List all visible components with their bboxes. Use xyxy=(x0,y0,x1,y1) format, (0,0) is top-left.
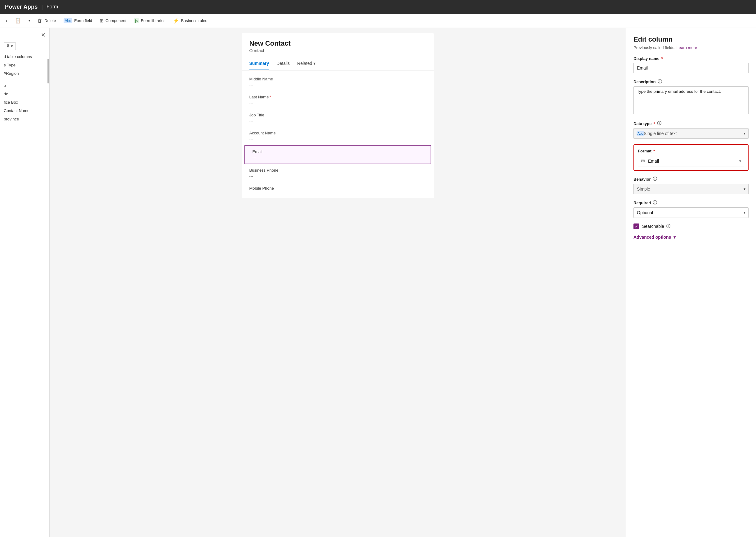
dropdown-chevron-icon: ▾ xyxy=(28,19,30,22)
form-body: Middle Name --- Last Name --- Job Title … xyxy=(242,70,434,198)
ribbon-dropdown-button[interactable]: ▾ xyxy=(25,17,33,24)
form-tabs: Summary Details Related ▾ xyxy=(242,57,434,70)
field-label-last-name: Last Name xyxy=(249,95,426,99)
sidebar-item-6[interactable]: fice Box xyxy=(0,98,49,106)
data-type-info-icon[interactable]: ⓘ xyxy=(657,121,662,126)
display-name-group: Display name * xyxy=(633,56,748,73)
learn-more-link[interactable]: Learn more xyxy=(677,45,697,50)
format-select[interactable]: Email xyxy=(638,156,744,166)
required-info-icon[interactable]: ⓘ xyxy=(653,200,657,205)
related-chevron-icon: ▾ xyxy=(313,61,316,66)
advanced-options-row[interactable]: Advanced options ▾ xyxy=(633,235,748,240)
description-info-icon[interactable]: ⓘ xyxy=(658,79,662,84)
behavior-select[interactable]: Simple xyxy=(633,184,748,194)
format-section: Format * ✉ Email ▾ xyxy=(633,145,748,171)
field-label-job-title: Job Title xyxy=(249,113,426,117)
required-group: Required ⓘ Optional ▾ xyxy=(633,200,748,218)
format-select-wrapper: ✉ Email ▾ xyxy=(638,156,744,166)
field-middle-name[interactable]: Middle Name --- xyxy=(242,73,434,91)
tab-summary[interactable]: Summary xyxy=(249,57,269,70)
form-container: New Contact Contact Summary Details Rela… xyxy=(242,33,434,198)
sidebar-filter-button[interactable]: ⊽ ▾ xyxy=(4,42,16,50)
form-header: New Contact Contact xyxy=(242,33,434,57)
sidebar-item-label-5: de xyxy=(4,92,8,96)
tab-related-label: Related xyxy=(297,61,312,66)
component-label: Component xyxy=(105,18,126,23)
sidebar-item-label-6: fice Box xyxy=(4,100,18,104)
panel-subtitle-text: Previously called fields. xyxy=(633,45,675,50)
delete-icon: 🗑 xyxy=(38,18,43,23)
behavior-info-icon[interactable]: ⓘ xyxy=(653,176,657,182)
searchable-checkbox[interactable]: ✓ xyxy=(633,224,639,229)
data-type-label: Data type * ⓘ xyxy=(633,121,748,126)
field-last-name[interactable]: Last Name --- xyxy=(242,91,434,109)
field-label-account-name: Account Name xyxy=(249,131,426,135)
field-mobile-phone[interactable]: Mobile Phone xyxy=(242,182,434,195)
ribbon-back-button[interactable]: ‹ xyxy=(3,16,11,26)
sidebar-item-5[interactable]: de xyxy=(0,90,49,98)
searchable-info-icon[interactable]: ⓘ xyxy=(666,224,670,229)
tab-details-label: Details xyxy=(277,61,290,66)
field-label-business-phone: Business Phone xyxy=(249,168,426,173)
sidebar-item-label-0: d table columns xyxy=(4,54,32,59)
sidebar-item-2[interactable]: //Region xyxy=(0,69,49,78)
field-value-email: --- xyxy=(252,155,423,160)
field-value-business-phone: --- xyxy=(249,174,426,179)
required-select[interactable]: Optional xyxy=(633,207,748,218)
check-icon: ✓ xyxy=(635,224,638,229)
ribbon-businessrules-button[interactable]: ⚡ Business rules xyxy=(170,16,210,25)
app-name: Power Apps xyxy=(5,4,38,10)
sidebar-item-8[interactable]: province xyxy=(0,115,49,123)
tab-details[interactable]: Details xyxy=(277,57,290,70)
behavior-select-wrapper: Simple ▾ xyxy=(633,184,748,194)
advanced-options-label: Advanced options xyxy=(633,235,671,240)
sidebar: ✕ ⊽ ▾ d table columns s Type //Region xyxy=(0,28,50,537)
sidebar-item-label-1: s Type xyxy=(4,63,16,67)
ribbon-delete-button[interactable]: 🗑 Delete xyxy=(34,16,59,25)
ribbon-formfield-button[interactable]: Abc Form field xyxy=(60,17,95,25)
sidebar-item-label-4: e xyxy=(4,83,6,88)
sidebar-item-7[interactable]: Contact Name xyxy=(0,106,49,115)
description-label: Description ⓘ xyxy=(633,79,748,84)
field-label-middle-name: Middle Name xyxy=(249,77,426,81)
field-label-email: Email xyxy=(252,149,423,154)
ribbon-component-button[interactable]: ⊞ Component xyxy=(96,16,130,25)
ribbon-formlibraries-button[interactable]: js Form libraries xyxy=(131,17,169,25)
ribbon-copy-button[interactable]: 📋 xyxy=(12,16,24,25)
field-account-name[interactable]: Account Name --- xyxy=(242,127,434,145)
sidebar-item-label-7: Contact Name xyxy=(4,108,29,113)
behavior-label: Behavior ⓘ xyxy=(633,176,748,182)
sidebar-item-label-8: province xyxy=(4,117,19,121)
ribbon: ‹ 📋 ▾ 🗑 Delete Abc Form field ⊞ Componen… xyxy=(0,14,756,28)
field-job-title[interactable]: Job Title --- xyxy=(242,109,434,127)
sidebar-item-0[interactable]: d table columns xyxy=(0,53,49,61)
sidebar-filter-area: ⊽ ▾ xyxy=(0,41,49,53)
sidebar-item-1[interactable]: s Type xyxy=(0,61,49,69)
searchable-label: Searchable ⓘ xyxy=(642,224,670,229)
display-name-label: Display name * xyxy=(633,56,748,61)
topbar-separator: | xyxy=(41,4,43,10)
panel-subtitle: Previously called fields. Learn more xyxy=(633,45,748,50)
field-business-phone[interactable]: Business Phone --- xyxy=(242,164,434,182)
sidebar-close-button[interactable]: ✕ xyxy=(41,32,46,38)
searchable-row: ✓ Searchable ⓘ xyxy=(633,224,748,229)
form-subtitle: Contact xyxy=(249,48,426,53)
sidebar-scroll-area[interactable]: d table columns s Type //Region e de fic… xyxy=(0,53,49,537)
sidebar-item-4[interactable]: e xyxy=(0,81,49,90)
tab-related[interactable]: Related ▾ xyxy=(297,57,316,70)
field-value-last-name: --- xyxy=(249,101,426,105)
description-textarea[interactable]: Type the primary email address for the c… xyxy=(633,86,748,114)
display-name-input[interactable] xyxy=(633,63,748,73)
behavior-group: Behavior ⓘ Simple ▾ xyxy=(633,176,748,194)
topbar-section: Form xyxy=(47,4,58,10)
app-layout: ✕ ⊽ ▾ d table columns s Type //Region xyxy=(0,28,756,537)
sidebar-close-area: ✕ xyxy=(0,30,49,41)
sidebar-item-3[interactable] xyxy=(0,78,49,81)
field-email[interactable]: Email --- xyxy=(245,145,431,164)
format-label: Format * xyxy=(638,149,744,153)
required-select-wrapper: Optional ▾ xyxy=(633,207,748,218)
data-type-required-star: * xyxy=(654,121,655,126)
edit-column-panel: Edit column Previously called fields. Le… xyxy=(626,28,756,537)
data-type-select[interactable]: Single line of text xyxy=(633,128,748,139)
advanced-options-chevron-icon: ▾ xyxy=(673,235,676,240)
